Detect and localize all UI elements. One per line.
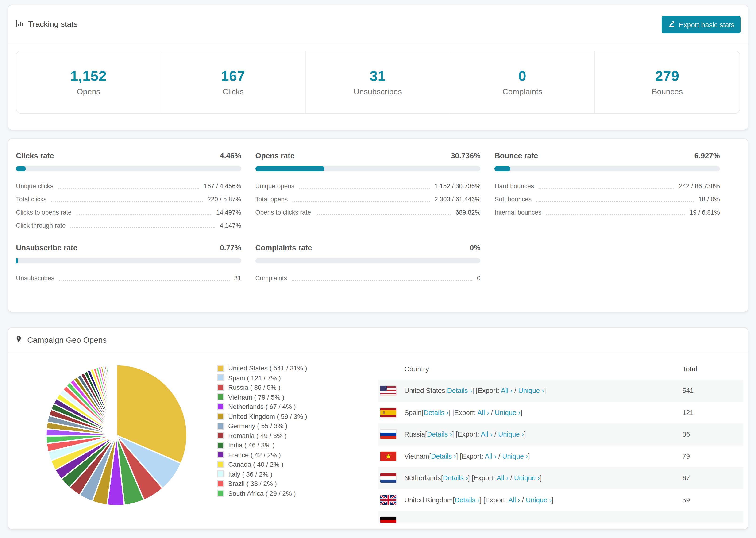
geo-table-row: United Kingdom [Details ›] [Export: All … [378, 489, 743, 511]
export-all-link[interactable]: All › [477, 409, 489, 416]
geo-table-row: Vietnam [Details ›] [Export: All › / Uni… [378, 445, 743, 467]
legend-item[interactable]: South Africa ( 29 / 2% ) [217, 488, 307, 498]
country-cell: United States [Details ›] [Export: All ›… [378, 386, 682, 396]
rate-detail-value: 14.497% [216, 209, 242, 216]
legend-swatch [217, 413, 224, 420]
country-name: United Kingdom [404, 496, 453, 504]
export-all-link[interactable]: All › [497, 474, 508, 482]
summary-opens: 1,152 Opens [17, 51, 161, 113]
geo-table-row: Russia [Details ›] [Export: All › / Uniq… [378, 423, 743, 445]
legend-item[interactable]: Spain ( 121 / 7% ) [217, 373, 307, 383]
export-all-link[interactable]: All › [508, 496, 520, 504]
export-unique-link[interactable]: Unique › [526, 496, 552, 504]
summary-clicks: 167 Clicks [161, 51, 306, 113]
row-links: [Details ›] [Export: All › / Unique ›] [422, 409, 522, 416]
dotted-leader [539, 188, 674, 189]
export-button-label: Export basic stats [679, 21, 734, 28]
opens-label: Opens [77, 87, 100, 96]
clicks-rate-value: 4.46% [220, 151, 242, 160]
tracking-stats-title-text: Tracking stats [28, 20, 78, 29]
clicks-rate-title: Clicks rate [16, 151, 54, 160]
details-link[interactable]: Details › [455, 496, 479, 504]
summary-strip: 1,152 Opens 167 Clicks 31 Unsubscribes 0… [16, 51, 740, 114]
legend-item[interactable]: United Kingdom ( 59 / 3% ) [217, 411, 307, 421]
legend-item[interactable]: Canada ( 40 / 2% ) [217, 459, 307, 469]
dotted-leader [536, 201, 693, 202]
legend-item[interactable]: Romania ( 49 / 3% ) [217, 431, 307, 440]
pie-slice [116, 365, 117, 435]
export-basic-stats-button[interactable]: Export basic stats [661, 16, 740, 33]
details-link[interactable]: Details › [427, 431, 452, 438]
legend-label: United States ( 541 / 31% ) [228, 364, 307, 372]
legend-label: Germany ( 55 / 3% ) [228, 422, 287, 430]
export-icon [668, 20, 675, 29]
rates-card: Clicks rate 4.46% Unique clicks167 / 4.4… [8, 138, 748, 312]
dashboard-page: Tracking stats Export basic stats 1,152 … [0, 0, 756, 538]
geo-opens-card: Campaign Geo Opens United States ( 541 /… [8, 327, 748, 529]
summary-complaints: 0 Complaints [450, 51, 595, 113]
dotted-leader [299, 188, 430, 189]
total-value: 59 [682, 496, 743, 504]
details-link[interactable]: Details › [423, 409, 449, 416]
rate-detail-value: 689.82% [456, 209, 481, 216]
legend-item[interactable]: India ( 46 / 3% ) [217, 440, 307, 450]
legend-item[interactable]: Vietnam ( 79 / 5% ) [217, 392, 307, 402]
legend-item[interactable]: Germany ( 55 / 3% ) [217, 421, 307, 431]
rate-detail-row: Clicks to opens rate14.497% [16, 206, 241, 219]
clicks-count: 167 [221, 68, 245, 84]
row-links: [Details ›] [Export: All › / Unique ›] [445, 387, 546, 395]
export-unique-link[interactable]: Unique › [498, 431, 524, 438]
legend-label: United Kingdom ( 59 / 3% ) [228, 413, 307, 420]
export-all-link[interactable]: All › [481, 431, 493, 438]
country-cell: Netherlands [Details ›] [Export: All › /… [378, 473, 682, 483]
complaints-rate-value: 0% [469, 243, 480, 252]
total-value: 541 [682, 387, 743, 395]
row-links: [Details ›] [Export: All › / Unique ›] [425, 431, 526, 438]
bounces-label: Bounces [652, 87, 683, 96]
geo-table-row: Spain [Details ›] [Export: All › / Uniqu… [378, 402, 743, 423]
row-links: [Details ›] [Export: All › / Unique ›] [441, 474, 542, 482]
export-unique-link[interactable]: Unique › [502, 453, 528, 460]
geo-pie-chart [44, 362, 189, 508]
geo-pie-legend: United States ( 541 / 31% )Spain ( 121 /… [217, 363, 307, 498]
export-all-link[interactable]: All › [501, 387, 513, 395]
export-unique-link[interactable]: Unique › [495, 409, 520, 416]
rate-detail-row: Soft bounces18 / 0% [495, 192, 720, 206]
export-all-link[interactable]: All › [485, 453, 497, 460]
flag-de-icon [380, 517, 396, 523]
legend-item[interactable]: Russia ( 86 / 5% ) [217, 383, 307, 392]
rate-detail-label: Total clicks [16, 195, 47, 202]
country-name: Russia [404, 431, 425, 438]
country-cell: Spain [Details ›] [Export: All › / Uniqu… [378, 408, 682, 417]
dotted-leader [58, 188, 199, 189]
rate-detail-row: Hard bounces242 / 86.738% [495, 179, 720, 192]
legend-item[interactable]: France ( 42 / 2% ) [217, 450, 307, 459]
rate-detail-value: 167 / 4.456% [204, 183, 241, 189]
details-link[interactable]: Details › [431, 453, 456, 460]
legend-swatch [217, 490, 224, 497]
dotted-leader [292, 280, 472, 281]
legend-item[interactable]: Brazil ( 33 / 2% ) [217, 479, 307, 488]
export-unique-link[interactable]: Unique › [518, 387, 544, 395]
unsubscribe-rate-title: Unsubscribe rate [16, 243, 77, 252]
opens-rate-block: Opens rate 30.736% Unique opens1,152 / 3… [255, 151, 480, 232]
legend-item[interactable]: Italy ( 36 / 2% ) [217, 469, 307, 479]
rate-detail-value: 2,303 / 61.446% [434, 195, 481, 202]
rate-detail-row: Unique clicks167 / 4.456% [16, 179, 241, 192]
rate-detail-row: Opens to clicks rate689.82% [255, 206, 480, 219]
legend-item[interactable]: Netherlands ( 67 / 4% ) [217, 402, 307, 411]
rate-detail-label: Hard bounces [495, 183, 534, 189]
details-link[interactable]: Details › [447, 387, 472, 395]
geo-opens-header: Campaign Geo Opens [8, 328, 748, 353]
country-column-header: Country [378, 364, 682, 372]
legend-swatch [217, 422, 224, 430]
rate-detail-label: Click through rate [16, 222, 66, 229]
dotted-leader [59, 280, 230, 281]
legend-item[interactable]: United States ( 541 / 31% ) [217, 363, 307, 373]
export-unique-link[interactable]: Unique › [514, 474, 540, 482]
total-value: 67 [682, 474, 743, 482]
details-link[interactable]: Details › [443, 474, 468, 482]
bar-chart-icon [16, 19, 24, 30]
total-value: 86 [682, 431, 743, 438]
opens-rate-title: Opens rate [255, 151, 295, 160]
